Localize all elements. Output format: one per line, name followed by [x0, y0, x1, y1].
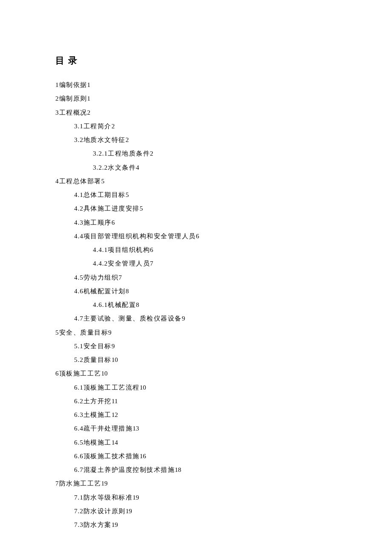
toc-entry-label: 地模施工	[84, 439, 112, 446]
toc-entry-number: 2	[55, 95, 59, 102]
toc-entry-number: 6.1	[74, 384, 84, 391]
toc-entry: 4.4.2安全管理人员7	[55, 257, 337, 270]
toc-entry-number: 4.5	[74, 274, 84, 281]
toc-entry-page: 12	[112, 411, 118, 418]
toc-entry: 4.4.1项目组织机构6	[55, 243, 337, 257]
toc-entry-number: 4.2	[74, 205, 84, 212]
toc-entry: 4.2具体施工进度安排5	[55, 202, 337, 215]
toc-entry-number: 1	[55, 81, 59, 88]
toc-entry: 2编制原则1	[55, 92, 337, 105]
toc-entry-page: 10	[101, 370, 108, 377]
toc-entry-number: 4.4.2	[93, 260, 108, 267]
toc-entry-number: 7.3	[74, 521, 84, 528]
toc-entry-page: 10	[140, 384, 146, 391]
toc-entry-label: 地质水文特征	[84, 136, 126, 143]
toc-entry-label: 安全、质量目标	[59, 329, 109, 336]
toc-entry-label: 水文条件	[108, 164, 136, 171]
toc-entry-number: 5	[55, 329, 59, 336]
toc-entry: 3工程概况2	[55, 106, 337, 119]
toc-entry-page: 1	[87, 95, 91, 102]
toc-entry-page: 16	[140, 453, 146, 460]
toc-entry: 6.2土方开挖11	[55, 394, 337, 408]
toc-entry-label: 顶板施工工艺流程	[84, 384, 140, 391]
toc-entry-page: 10	[112, 356, 118, 363]
toc-entry-number: 7.2	[74, 508, 84, 515]
toc-entry-label: 机械配置计划	[84, 288, 126, 295]
toc-entry-number: 4.6.1	[93, 301, 108, 308]
toc-entry-page: 19	[112, 521, 118, 528]
toc-entry: 4.6.1机械配置8	[55, 298, 337, 312]
toc-entry-page: 2	[112, 123, 115, 130]
toc-entry-page: 6	[112, 219, 115, 226]
toc-entry-page: 5	[140, 205, 143, 212]
toc-entry-label: 工程总体部署	[59, 178, 101, 185]
toc-entry: 4.3施工顺序6	[55, 216, 337, 229]
toc-entry-label: 安全目标	[84, 343, 112, 350]
toc-entry: 6.5地模施工14	[55, 436, 337, 449]
toc-entry-number: 7.1	[74, 494, 84, 501]
toc-entry-number: 4.7	[74, 315, 84, 322]
toc-entry-label: 防水施工工艺	[59, 480, 101, 487]
toc-entry-number: 4	[55, 178, 59, 185]
toc-entry: 4.7主要试验、测量、质检仪器设备9	[55, 312, 337, 325]
toc-entry: 1编制依据1	[55, 78, 337, 92]
toc-entry-number: 5.2	[74, 356, 84, 363]
toc-entry-number: 6	[55, 370, 59, 377]
toc-entry: 6.1顶板施工工艺流程10	[55, 381, 337, 394]
toc-container: 1编制依据12编制原则13工程概况23.1工程简介23.2地质水文特征23.2.…	[55, 78, 337, 532]
toc-entry-number: 4.4.1	[93, 246, 108, 253]
toc-entry-page: 11	[112, 398, 118, 405]
toc-entry-number: 4.3	[74, 219, 84, 226]
toc-entry-page: 4	[136, 164, 139, 171]
toc-entry: 6.3土模施工12	[55, 408, 337, 422]
toc-entry-number: 3.2.1	[93, 150, 108, 157]
toc-entry-page: 9	[112, 343, 115, 350]
toc-entry: 6.7混凝土养护温度控制技术措施18	[55, 463, 337, 477]
toc-entry-page: 2	[87, 109, 91, 116]
toc-entry-label: 编制原则	[59, 95, 87, 102]
toc-entry-page: 6	[150, 246, 153, 253]
toc-entry-number: 6.4	[74, 425, 84, 432]
toc-entry-label: 质量目标	[84, 356, 112, 363]
toc-entry-label: 防水方案	[84, 521, 112, 528]
toc-entry-label: 防水设计原则	[84, 508, 126, 515]
toc-entry-page: 19	[133, 494, 139, 501]
toc-entry-page: 5	[101, 178, 105, 185]
toc-entry-number: 6.7	[74, 466, 84, 473]
toc-entry-number: 3.1	[74, 123, 84, 130]
toc-entry-page: 18	[175, 466, 181, 473]
toc-entry: 4.5劳动力组织7	[55, 271, 337, 284]
toc-entry: 3.2.1工程地质条件2	[55, 147, 337, 160]
toc-entry-label: 编制依据	[59, 81, 87, 88]
toc-entry: 6.4疏干井处理措施13	[55, 422, 337, 435]
toc-entry: 4.1总体工期目标5	[55, 188, 337, 202]
toc-entry: 6顶板施工工艺10	[55, 367, 337, 380]
toc-entry: 4.6机械配置计划8	[55, 284, 337, 298]
toc-entry: 5.1安全目标9	[55, 339, 337, 353]
toc-entry: 5.2质量目标10	[55, 353, 337, 367]
toc-entry-page: 19	[126, 508, 132, 515]
toc-entry-label: 项目组织机构	[108, 246, 150, 253]
toc-entry-page: 8	[126, 288, 129, 295]
toc-entry-page: 9	[108, 329, 112, 336]
toc-entry: 6.6顶板施工技术措施16	[55, 449, 337, 463]
toc-entry-number: 3.2.2	[93, 164, 108, 171]
toc-entry-page: 6	[196, 233, 199, 240]
toc-entry: 7防水施工工艺19	[55, 477, 337, 490]
toc-entry-label: 施工顺序	[84, 219, 112, 226]
toc-entry-label: 工程概况	[59, 109, 87, 116]
toc-entry-label: 顶板施工工艺	[59, 370, 101, 377]
toc-entry-page: 7	[118, 274, 122, 281]
toc-entry-label: 主要试验、测量、质检仪器设备	[84, 315, 182, 322]
toc-entry: 3.2地质水文特征2	[55, 133, 337, 147]
toc-entry-label: 机械配置	[108, 301, 136, 308]
toc-entry: 3.1工程简介2	[55, 119, 337, 133]
toc-entry-label: 总体工期目标	[84, 191, 126, 198]
toc-title: 目 录	[55, 51, 337, 70]
toc-entry-page: 14	[112, 439, 118, 446]
toc-entry-label: 项目部管理组织机构和安全管理人员	[84, 233, 196, 240]
toc-entry-label: 顶板施工技术措施	[84, 453, 140, 460]
toc-entry-label: 安全管理人员	[108, 260, 150, 267]
toc-entry: 5安全、质量目标9	[55, 326, 337, 339]
toc-entry-page: 5	[126, 191, 129, 198]
